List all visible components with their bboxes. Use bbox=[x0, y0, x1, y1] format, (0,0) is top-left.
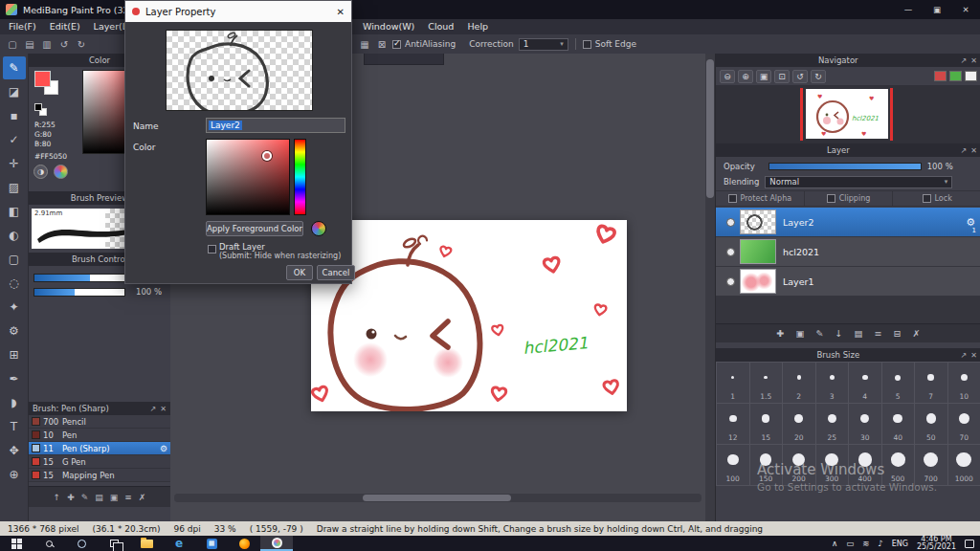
menu-item[interactable]: Window(W) bbox=[356, 19, 421, 34]
brush-size-cell[interactable]: 2 bbox=[783, 363, 816, 404]
layer-option[interactable]: Protect Alpha bbox=[716, 191, 804, 206]
layer-option-checkbox[interactable] bbox=[728, 194, 737, 203]
brush-size-cell[interactable]: 40 bbox=[882, 404, 916, 445]
layer-row[interactable]: Layer2 ⚙ 1 bbox=[716, 208, 980, 237]
dialog-hue-bar[interactable] bbox=[294, 139, 306, 215]
rotate-left-icon[interactable]: ↺ bbox=[792, 70, 808, 83]
edge-button[interactable]: e bbox=[163, 536, 195, 551]
nav-swatch-white[interactable] bbox=[965, 71, 977, 81]
vertical-scroll-thumb[interactable] bbox=[706, 59, 714, 198]
brush-size-cell[interactable]: 4 bbox=[849, 363, 882, 404]
fill-tool[interactable]: ▨ bbox=[3, 176, 26, 199]
brush-row[interactable]: 10 Pen ⚙ bbox=[29, 429, 170, 442]
correction-dropdown[interactable]: 1 ▾ bbox=[519, 38, 568, 51]
layer-row[interactable]: Layer1 ⚙ bbox=[716, 267, 980, 297]
vertical-scrollbar[interactable] bbox=[705, 54, 715, 521]
file-explorer-button[interactable] bbox=[130, 536, 163, 551]
brush-row[interactable]: 11 Pen (Sharp) ⚙ bbox=[29, 442, 170, 455]
merge-down-icon[interactable]: ≡ bbox=[874, 328, 881, 339]
hand-tool[interactable]: ✥ bbox=[3, 439, 26, 462]
brush-size-cell[interactable]: 300 bbox=[816, 445, 850, 486]
select-pen-tool[interactable]: ✓ bbox=[3, 128, 26, 151]
brush-size-cell[interactable]: 200 bbox=[783, 445, 816, 486]
color-wheel-icon[interactable]: ◑ bbox=[33, 165, 48, 179]
battery-icon[interactable]: ▭ bbox=[846, 539, 854, 548]
delete-brush-icon[interactable]: ✗ bbox=[139, 493, 146, 502]
visibility-icon[interactable] bbox=[726, 218, 735, 227]
brush-opacity-slider[interactable] bbox=[33, 288, 125, 297]
brush-tool[interactable]: ✎ bbox=[3, 56, 26, 79]
brush-size-cell[interactable]: 70 bbox=[948, 404, 980, 445]
save-brush-icon[interactable]: ▣ bbox=[110, 493, 119, 502]
horizontal-scroll-thumb[interactable] bbox=[363, 495, 511, 501]
new-brush-icon[interactable]: ✚ bbox=[67, 493, 75, 502]
bucket-tool[interactable]: ◧ bbox=[3, 200, 26, 223]
action-center-icon[interactable] bbox=[965, 540, 974, 548]
brush-size-cell[interactable]: 700 bbox=[915, 445, 948, 486]
palette-picker-icon[interactable] bbox=[311, 221, 326, 236]
brush-size-cell[interactable]: 25 bbox=[816, 404, 850, 445]
brush-size-cell[interactable]: 500 bbox=[882, 445, 916, 486]
dialog-close-icon[interactable]: ✕ bbox=[337, 7, 345, 17]
save-icon[interactable]: ▥ bbox=[39, 37, 55, 52]
search-button[interactable] bbox=[33, 536, 65, 551]
fit-screen-icon[interactable]: ▣ bbox=[756, 70, 771, 83]
menu-item[interactable]: Edit(E) bbox=[43, 19, 87, 34]
eraser-tool[interactable]: ◪ bbox=[3, 80, 26, 103]
lasso-tool[interactable]: ◌ bbox=[3, 272, 26, 295]
palette-icon[interactable] bbox=[54, 165, 68, 179]
volume-icon[interactable]: ♪ bbox=[878, 539, 882, 548]
restore-button[interactable]: ▣ bbox=[923, 0, 951, 19]
layer-option[interactable]: Lock bbox=[892, 191, 980, 206]
layer-option-checkbox[interactable] bbox=[827, 194, 835, 203]
navigator-thumbnail[interactable]: hcl2021 ♥ ♥ ♥ ♥ bbox=[716, 85, 980, 143]
brush-size-cell[interactable]: 150 bbox=[750, 445, 784, 486]
foreground-color-swatch[interactable] bbox=[34, 71, 51, 87]
zoom-in-icon[interactable]: ⊕ bbox=[738, 70, 753, 83]
medibang-taskbar-button[interactable] bbox=[260, 536, 293, 551]
brush-settings-icon[interactable]: ⚙ bbox=[160, 444, 167, 453]
brush-size-cell[interactable]: 50 bbox=[915, 404, 948, 445]
popout-icon[interactable]: ↗ bbox=[150, 405, 157, 413]
brush-row[interactable]: 700 Pencil ⚙ bbox=[29, 415, 170, 429]
brush-size-cell[interactable]: 3 bbox=[816, 363, 850, 404]
brush-size-cell[interactable]: 15 bbox=[750, 404, 784, 445]
close-icon[interactable]: ✕ bbox=[970, 56, 977, 65]
start-button[interactable] bbox=[0, 536, 33, 551]
brush-menu-icon[interactable]: ≡ bbox=[124, 493, 132, 502]
blending-dropdown[interactable]: Normal ▾ bbox=[765, 176, 952, 188]
dot-pen-tool[interactable]: ▪ bbox=[3, 104, 26, 127]
brush-size-cell[interactable]: 400 bbox=[849, 445, 882, 486]
brush-folder-icon[interactable]: ▤ bbox=[95, 493, 103, 502]
clock[interactable]: 4:46 PM 25/5/2021 bbox=[917, 536, 956, 551]
tray-expand-icon[interactable]: ∧ bbox=[832, 539, 837, 548]
layer-name-input[interactable]: Layer2 bbox=[206, 118, 345, 133]
apply-foreground-color-button[interactable]: Apply Foreground Color bbox=[206, 221, 303, 236]
divide-tool[interactable]: ⊞ bbox=[3, 343, 26, 366]
snap-grid-icon[interactable]: ▦ bbox=[357, 37, 372, 52]
select-rect-tool[interactable]: ▢ bbox=[3, 248, 26, 271]
draft-layer-checkbox[interactable] bbox=[208, 245, 216, 253]
brush-size-cell[interactable]: 1 bbox=[717, 363, 750, 404]
dialog-title-bar[interactable]: Layer Property ✕ bbox=[125, 1, 351, 22]
brush-size-cell[interactable]: 7 bbox=[915, 363, 948, 404]
edit-brush-icon[interactable]: ✎ bbox=[81, 493, 89, 502]
brush-row[interactable]: 15 Mapping Pen ⚙ bbox=[29, 469, 170, 482]
magic-wand-tool[interactable]: ✦ bbox=[3, 296, 26, 319]
transfer-layer-icon[interactable]: ↓ bbox=[835, 328, 843, 339]
nav-swatch-green[interactable] bbox=[949, 71, 962, 81]
close-icon[interactable]: ✕ bbox=[160, 405, 167, 413]
undo-icon[interactable]: ↺ bbox=[56, 37, 72, 52]
layer-row[interactable]: hcl2021 ⚙ bbox=[716, 237, 980, 267]
move-up-icon[interactable]: ↑ bbox=[54, 493, 61, 502]
nav-swatch-red[interactable] bbox=[934, 71, 947, 81]
popout-icon[interactable]: ↗ bbox=[961, 146, 968, 155]
new-layer-icon[interactable]: ✚ bbox=[777, 328, 785, 339]
minimize-button[interactable]: — bbox=[894, 0, 923, 19]
brush-size-cell[interactable]: 5 bbox=[882, 363, 916, 404]
visibility-icon[interactable] bbox=[726, 277, 735, 286]
layer-option-checkbox[interactable] bbox=[923, 194, 931, 203]
close-button[interactable]: ✕ bbox=[951, 0, 980, 19]
document-tab[interactable] bbox=[364, 54, 444, 65]
opacity-slider[interactable] bbox=[768, 163, 922, 170]
